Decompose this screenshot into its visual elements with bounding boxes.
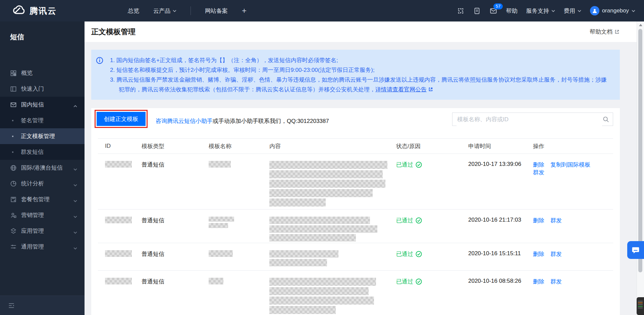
tencent-cloud-logo[interactable]: 腾讯云: [0, 5, 57, 17]
sidebar-item-label: 应用管理: [21, 227, 44, 235]
sidebar-item-marketing-management[interactable]: 营销管理: [0, 207, 85, 223]
account-menu[interactable]: orangeboy: [590, 6, 635, 15]
announcement-link[interactable]: 详情请查看官网公告: [375, 86, 427, 93]
help-doc-link[interactable]: 帮助文档: [590, 28, 620, 36]
redacted-id: [105, 250, 132, 257]
chevron-down-icon: [73, 166, 77, 172]
support-label: 服务支持: [526, 7, 549, 15]
status-badge: 已通过: [396, 161, 461, 169]
bulk-send-link[interactable]: 群发: [550, 251, 562, 257]
sidebar-item-label: 套餐包管理: [21, 195, 50, 203]
notice-line-2: 2. 短信签名和模板提交后，预计2小时完成审核。审核时间：周一至周日9:00-2…: [110, 65, 612, 75]
template-table: ID 模板类型 模板名称 内容 状态/原因 申请时间 操作 普通短信: [98, 138, 613, 315]
template-type: 普通短信: [135, 243, 202, 271]
username: orangeboy: [602, 7, 629, 14]
sidebar-item-domestic-sms[interactable]: 国内短信: [0, 97, 85, 113]
user-avatar: [590, 6, 599, 15]
messages-icon[interactable]: 57: [489, 7, 497, 15]
table-row: 普通短信 已通过 2020-10-16 15:15:11 删除群发: [98, 243, 613, 271]
billing-label: 费用: [564, 7, 575, 15]
status-label: 已通过: [396, 250, 413, 258]
scrollbar-thumb[interactable]: [638, 29, 642, 272]
sidebar-item-package-management[interactable]: 套餐包管理: [0, 191, 85, 207]
external-link-icon: [614, 29, 620, 34]
column-header-type: 模板类型: [135, 139, 202, 154]
add-shortcut-button[interactable]: +: [242, 7, 247, 15]
apply-time: 2020-10-17 13:39:06: [461, 154, 526, 210]
sidebar-item-overview[interactable]: 概览: [0, 65, 85, 81]
person-icon: [10, 212, 17, 219]
topbar-right: 57 帮助 服务支持 费用 orangeboy: [457, 6, 644, 15]
tencent-cloud-console: { "topbar": { "logo_text": "腾讯云", "nav_o…: [0, 0, 644, 315]
sidebar-item-template-management[interactable]: 正文模板管理: [0, 128, 85, 144]
sidebar-item-label: 营销管理: [21, 211, 44, 219]
topnav-divider: [191, 6, 191, 15]
globe-icon: [10, 165, 17, 171]
table-header-row: ID 模板类型 模板名称 内容 状态/原因 申请时间 操作: [98, 139, 613, 154]
search-input[interactable]: [457, 113, 602, 126]
template-type: 普通短信: [135, 271, 202, 315]
sidebar-item-label: 通用管理: [21, 243, 44, 251]
sidebar-item-bulk-sms[interactable]: 群发短信: [0, 144, 85, 160]
status-badge: 已通过: [396, 217, 461, 224]
delete-link[interactable]: 删除: [533, 251, 544, 257]
create-template-button[interactable]: 创建正文模板: [97, 112, 146, 126]
sidebar-item-app-management[interactable]: 应用管理: [0, 223, 85, 239]
nav-beian[interactable]: 网站备案: [205, 7, 228, 15]
annotation-highlight-box: 创建正文模板: [95, 110, 148, 128]
assistant-link[interactable]: 咨询腾讯云短信小助手: [156, 118, 213, 124]
help-menu[interactable]: 帮助: [506, 7, 518, 15]
apply-time: 2020-10-16 08:58:26: [461, 271, 526, 315]
notice-line-1: 1. 国内短信由签名+正文组成，签名符号为【】（注：全角），发送短信内容时必须带…: [110, 55, 612, 65]
delete-link[interactable]: 删除: [533, 217, 544, 224]
chevron-down-icon: [73, 197, 77, 204]
sidebar-item-signature-management[interactable]: 签名管理: [0, 113, 85, 128]
support-menu[interactable]: 服务支持: [526, 7, 555, 15]
redacted-id: [105, 217, 132, 223]
scroll-up-arrow-icon[interactable]: [639, 24, 642, 26]
sidebar-group-domestic-sms: 国内短信 签名管理 正文模板管理 群发短信: [0, 97, 85, 160]
nav-products[interactable]: 云产品: [153, 7, 176, 15]
redacted-content: [269, 161, 389, 207]
sidebar-item-international-sms[interactable]: 国际/港澳台短信: [0, 160, 85, 176]
recorder-line-orange: [638, 303, 643, 303]
search-icon[interactable]: [603, 116, 609, 124]
chevron-down-icon: [73, 229, 77, 235]
chat-assistant-button[interactable]: [627, 241, 644, 259]
chevron-up-icon: [73, 102, 77, 109]
collapse-icon: [8, 303, 15, 309]
redacted-id: [105, 278, 132, 284]
bulk-send-link[interactable]: 群发: [550, 217, 562, 224]
notice-line-3-text: 3. 腾讯云短信服务严禁发送金融营销、赌博、诈骗、淫秽、色情、暴力等违规信息，如…: [110, 77, 607, 93]
copy-to-international-link[interactable]: 复制到国际模板: [550, 162, 590, 168]
delete-link[interactable]: 删除: [533, 162, 544, 168]
recorder-line-green: [638, 306, 643, 307]
vertical-scrollbar[interactable]: [637, 21, 644, 315]
top-navigation: 总览 云产品 网站备案 +: [128, 6, 247, 15]
check-circle-icon: [416, 217, 422, 224]
bullet-icon: [12, 151, 13, 153]
bulk-send-link[interactable]: 群发: [533, 169, 544, 176]
help-doc-label: 帮助文档: [590, 28, 612, 36]
template-type: 普通短信: [135, 154, 202, 210]
column-header-actions: 操作: [526, 139, 613, 154]
table-row: 普通短信 已通过 2020-10-16 08:58:26 删除群发: [98, 271, 613, 315]
template-type: 普通短信: [135, 210, 202, 243]
nav-overview[interactable]: 总览: [128, 7, 139, 15]
sidebar-item-statistics[interactable]: 统计分析: [0, 176, 85, 191]
table-row: 普通短信 已通过 2020-10-17 13:39:06 删除复制到国: [98, 154, 613, 210]
window-icon: [10, 86, 17, 92]
document-icon[interactable]: [473, 7, 481, 15]
status-badge: 已通过: [396, 250, 461, 258]
sidebar-collapse-button[interactable]: [0, 296, 85, 315]
check-circle-icon: [416, 278, 422, 285]
billing-menu[interactable]: 费用: [564, 7, 581, 15]
recorder-widget[interactable]: [637, 297, 644, 315]
redacted-id: [105, 161, 132, 168]
sidebar-item-quickstart[interactable]: 快速入门: [0, 81, 85, 97]
bulk-send-link[interactable]: 群发: [550, 278, 562, 285]
sidebar-item-general-management[interactable]: 通用管理: [0, 239, 85, 255]
recorder-line: [638, 301, 643, 302]
delete-link[interactable]: 删除: [533, 278, 544, 285]
console-tools-icon[interactable]: [457, 7, 465, 15]
